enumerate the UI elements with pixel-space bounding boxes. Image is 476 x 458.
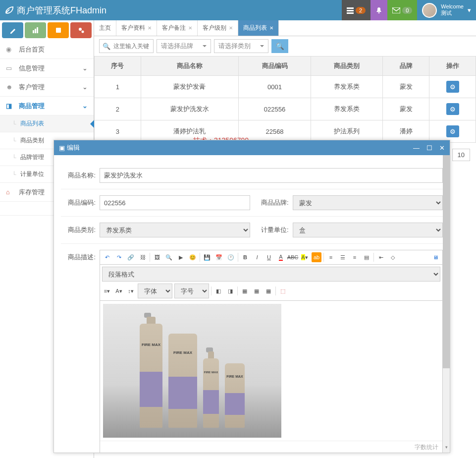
mail-button[interactable]: 0 — [387, 0, 417, 20]
tab-cust-note[interactable]: 客户备注✕ — [157, 20, 198, 36]
page-size[interactable]: 10 — [452, 149, 470, 161]
unit-select[interactable]: 盒 — [293, 223, 443, 237]
cell-cate: 护法系列 — [311, 120, 383, 143]
nav-product[interactable]: ◨商品管理⌄ — [0, 97, 94, 115]
tab-cust-level[interactable]: 客户级别✕ — [198, 20, 238, 36]
align-justify-icon[interactable]: ▤ — [362, 252, 371, 262]
fontcolor-icon[interactable]: A▾ — [114, 286, 124, 296]
row-action-button[interactable]: ⚙ — [446, 103, 459, 115]
image-icon[interactable]: 🖼 — [152, 252, 162, 262]
search-input[interactable] — [113, 40, 153, 52]
eraser-icon[interactable]: ◇ — [388, 252, 398, 262]
align-center-icon[interactable]: ☰ — [338, 252, 348, 262]
time-icon[interactable]: 🕐 — [226, 252, 236, 262]
chevron-down-icon: ⌄ — [82, 64, 88, 72]
row-action-button[interactable]: ⚙ — [446, 81, 459, 93]
code-input[interactable] — [100, 195, 250, 210]
float-right-icon[interactable]: ◨ — [225, 286, 235, 296]
search-box[interactable]: 🔍 — [99, 39, 154, 53]
scroll-down-icon[interactable]: ▾ — [443, 445, 450, 453]
font-select[interactable]: 字体 — [138, 284, 172, 298]
name-input[interactable] — [100, 168, 443, 183]
bold-icon[interactable]: B — [240, 252, 250, 262]
app-header: 商户管理系统FHadmin 2 0 Welcome 测试 ▾ — [0, 0, 476, 20]
color-icon[interactable]: A — [276, 252, 286, 262]
table3-icon[interactable]: ▦ — [264, 286, 273, 296]
col-cate: 商品类别 — [311, 57, 383, 76]
redo-icon[interactable]: ↷ — [114, 252, 124, 262]
product-image: FIRE MAX FIRE MAX FIRE MAX FIRE MAX — [103, 304, 281, 438]
tool-book[interactable] — [48, 22, 69, 38]
cell-cate: 养发系类 — [311, 98, 383, 120]
undo-icon[interactable]: ↶ — [102, 252, 112, 262]
fullscreen-icon[interactable]: 🖥 — [430, 252, 440, 262]
editor-content[interactable]: FIRE MAX FIRE MAX FIRE MAX FIRE MAX — [100, 301, 442, 441]
book-icon — [55, 27, 62, 34]
close-icon[interactable]: ✕ — [229, 25, 233, 31]
rich-editor: ↶ ↷ 🔗 ⛓ 🖼 🔍 ▶ 😊 💾 📅 🕐 — [100, 250, 443, 453]
tasks-icon — [347, 7, 354, 14]
chevron-down-icon: ⌄ — [82, 102, 88, 110]
close-button[interactable]: ✕ — [439, 144, 445, 152]
nav-customer[interactable]: ☻客户管理⌄ — [0, 78, 94, 97]
nav-info[interactable]: ▭信息管理⌄ — [0, 59, 94, 78]
user-menu[interactable]: Welcome 测试 ▾ — [417, 0, 476, 20]
tool-settings[interactable] — [70, 22, 92, 38]
date-icon[interactable]: 📅 — [214, 252, 224, 262]
brand-select[interactable]: 请选择品牌 — [157, 39, 211, 53]
video-icon[interactable]: ▶ — [176, 252, 186, 262]
avatar — [422, 3, 437, 18]
unlink-icon[interactable]: ⛓ — [138, 252, 148, 262]
cell-name: 蒙发护发膏 — [141, 76, 238, 98]
align-left-icon[interactable]: ≡ — [326, 252, 336, 262]
cell-cate: 养发系类 — [311, 76, 383, 98]
word-counter[interactable]: 字数统计 — [100, 441, 442, 453]
table-icon[interactable]: ▦ — [240, 286, 250, 296]
category-select[interactable]: 请选择类别 — [214, 39, 268, 53]
tasks-button[interactable]: 2 — [342, 0, 370, 20]
strike-icon[interactable]: ABC — [288, 252, 298, 262]
tool-stats[interactable] — [25, 22, 46, 38]
close-icon[interactable]: ✕ — [269, 25, 273, 31]
align-right-icon[interactable]: ≡ — [350, 252, 360, 262]
close-icon[interactable]: ✕ — [188, 25, 192, 31]
search-button[interactable]: 🔍 — [271, 39, 288, 53]
float-left-icon[interactable]: ◧ — [213, 286, 223, 296]
tab-product-list[interactable]: 商品列表✕ — [238, 20, 279, 36]
table2-icon[interactable]: ▦ — [252, 286, 262, 296]
maximize-button[interactable]: ☐ — [426, 144, 432, 152]
cate-select[interactable]: 养发系类 — [100, 223, 250, 237]
emoji-icon[interactable]: 😊 — [188, 252, 198, 262]
notifications-button[interactable] — [370, 0, 387, 20]
size-select[interactable]: 字号 — [174, 284, 209, 298]
desc-label: 商品描述: — [61, 250, 96, 453]
nav-home[interactable]: ◉后台首页 — [0, 40, 94, 59]
save-icon[interactable]: 💾 — [202, 252, 212, 262]
italic-icon[interactable]: I — [252, 252, 262, 262]
minimize-button[interactable]: — — [413, 144, 420, 152]
tab-cust-info[interactable]: 客户资料✕ — [116, 20, 157, 36]
svg-rect-2 — [347, 12, 354, 14]
source-icon[interactable]: ⬚ — [278, 286, 288, 296]
row-action-button[interactable]: ⚙ — [446, 125, 459, 137]
outdent-icon[interactable]: ⇤ — [376, 252, 386, 262]
highlight-icon[interactable]: A▾ — [300, 252, 310, 262]
underline-icon[interactable]: U — [264, 252, 274, 262]
tab-home[interactable]: 主页 — [94, 20, 116, 36]
close-icon[interactable]: ✕ — [148, 25, 152, 31]
link-icon[interactable]: 🔗 — [126, 252, 136, 262]
spacing-icon[interactable]: ↕▾ — [126, 286, 136, 296]
format-select[interactable]: 段落格式 — [102, 267, 440, 282]
scrollbar[interactable]: ▾ — [443, 155, 450, 453]
subnav-product-list[interactable]: └商品列表 — [0, 115, 94, 132]
caret-down-icon — [260, 45, 264, 49]
svg-rect-6 — [37, 27, 38, 33]
marker-icon[interactable]: ab — [312, 252, 321, 262]
svg-rect-7 — [56, 28, 61, 33]
tool-edit[interactable] — [2, 22, 23, 38]
zoom-icon[interactable]: 🔍 — [164, 252, 174, 262]
mail-icon — [392, 7, 400, 13]
tab-bar: 主页 客户资料✕ 客户备注✕ 客户级别✕ 商品列表✕ — [94, 20, 476, 36]
brand-select[interactable]: 蒙发 — [293, 195, 443, 210]
lineheight-icon[interactable]: ≡▾ — [102, 286, 112, 296]
